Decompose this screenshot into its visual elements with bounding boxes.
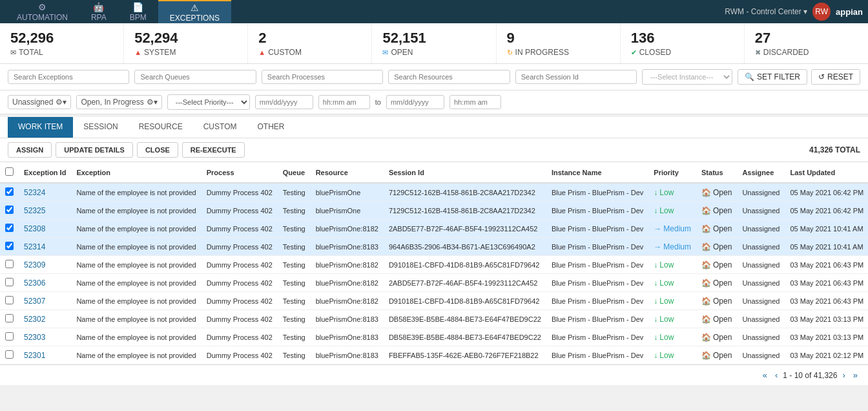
row-checkbox[interactable] <box>5 332 14 341</box>
tab-custom[interactable]: CUSTOM <box>193 117 247 138</box>
status-label: Open <box>713 242 732 251</box>
table-row: 52307 Name of the employee is not provid… <box>0 292 868 310</box>
row-checkbox-cell <box>0 292 19 310</box>
status-label: Open <box>713 206 732 215</box>
set-filter-button[interactable]: 🔍 SET FILTER <box>738 69 807 85</box>
exception-cell: Name of the employee is not provided <box>71 238 201 256</box>
exception-id-link[interactable]: 52325 <box>24 206 45 215</box>
table-row: 52306 Name of the employee is not provid… <box>0 274 868 292</box>
exception-id-cell: 52314 <box>19 238 71 256</box>
row-checkbox[interactable] <box>5 187 14 196</box>
priority-badge: ↓ Low <box>654 206 691 215</box>
tab-work-item[interactable]: WORK ITEM <box>8 117 73 138</box>
process-cell: Dummy Process 402 <box>202 238 278 256</box>
search-processes-input[interactable] <box>262 70 383 84</box>
date-from-input[interactable] <box>255 95 313 109</box>
stat-number-in_progress: 9 <box>507 30 610 47</box>
prev-page-button[interactable]: ‹ <box>772 369 780 381</box>
resource-cell: bluePrismOne:8182 <box>311 292 384 310</box>
row-checkbox[interactable] <box>5 242 14 250</box>
assign-button[interactable]: ASSIGN <box>8 142 52 158</box>
nav-item-automation[interactable]: ⚙AUTOMATION <box>5 0 79 23</box>
exception-id-link[interactable]: 52306 <box>24 279 45 288</box>
exception-id-link[interactable]: 52314 <box>24 242 45 251</box>
exception-id-link[interactable]: 52309 <box>24 260 45 269</box>
priority-cell: ↓ Low <box>648 183 696 202</box>
row-checkbox-cell <box>0 328 19 346</box>
process-cell: Dummy Process 402 <box>202 274 278 292</box>
search-exceptions-input[interactable] <box>8 70 129 84</box>
nav-item-rpa[interactable]: 🤖RPA <box>79 0 118 23</box>
exception-id-link[interactable]: 52324 <box>24 188 45 197</box>
time-to-input[interactable] <box>450 95 501 109</box>
queue-cell: Testing <box>278 238 311 256</box>
reset-button[interactable]: ↺ RESET <box>811 69 860 85</box>
stat-label-custom: ▲ CUSTOM <box>258 48 361 57</box>
row-checkbox[interactable] <box>5 350 14 359</box>
status-cell: 🏠 Open <box>696 310 737 328</box>
date-to-input[interactable] <box>386 95 444 109</box>
row-checkbox[interactable] <box>5 314 14 322</box>
instance-select[interactable]: ---Select Instance--- <box>642 69 732 85</box>
exception-id-cell: 52301 <box>19 346 71 364</box>
row-checkbox-cell <box>0 346 19 364</box>
status-label: Open <box>713 333 732 342</box>
priority-label: Low <box>659 333 674 342</box>
tab-other[interactable]: OTHER <box>247 117 294 138</box>
status-cell: 🏠 Open <box>696 346 737 364</box>
re-execute-button[interactable]: RE-EXECUTE <box>182 142 245 158</box>
stat-number-total: 52,296 <box>10 30 113 47</box>
exception-id-link[interactable]: 52303 <box>24 333 45 342</box>
unassigned-select[interactable]: Unassigned ⚙▾ <box>8 95 71 109</box>
row-checkbox[interactable] <box>5 206 14 214</box>
search-queues-input[interactable] <box>134 70 256 84</box>
nav-item-exceptions[interactable]: ⚠EXCEPTIONS <box>158 0 231 23</box>
row-checkbox[interactable] <box>5 296 14 304</box>
time-from-input[interactable] <box>318 95 370 109</box>
bpm-icon: 📄 <box>132 2 143 12</box>
row-checkbox[interactable] <box>5 260 14 268</box>
priority-select[interactable]: ---Select Priority--- <box>167 94 250 110</box>
session-id-cell: 2ABD5E77-B72F-46AF-B5F4-19923112CA452 <box>384 220 546 238</box>
search-session-input[interactable] <box>515 70 637 84</box>
exception-id-link[interactable]: 52308 <box>24 224 45 233</box>
col-header-exception: Exception <box>71 162 201 183</box>
exception-id-link[interactable]: 52301 <box>24 351 45 360</box>
control-center-label[interactable]: RWM - Control Center ▾ <box>725 7 807 16</box>
queue-cell: Testing <box>278 274 311 292</box>
row-checkbox[interactable] <box>5 224 14 232</box>
to-label: to <box>375 98 381 106</box>
search-resources-input[interactable] <box>388 70 510 84</box>
tab-resource[interactable]: RESOURCE <box>129 117 193 138</box>
table-row: 52303 Name of the employee is not provid… <box>0 328 868 346</box>
update-details-button[interactable]: UPDATE DETAILS <box>56 142 133 158</box>
exception-id-cell: 52309 <box>19 256 71 274</box>
exception-id-link[interactable]: 52307 <box>24 297 45 306</box>
next-page-button[interactable]: › <box>840 369 847 381</box>
stat-open: 52,151 ✉ OPEN <box>372 23 496 63</box>
tab-session[interactable]: SESSION <box>73 117 128 138</box>
select-all-checkbox[interactable] <box>5 167 14 176</box>
priority-badge: ↓ Low <box>654 188 691 197</box>
priority-badge: → Medium <box>654 242 691 251</box>
priority-icon: ↓ <box>654 206 657 215</box>
exception-id-link[interactable]: 52302 <box>24 315 45 324</box>
last-page-button[interactable]: » <box>851 369 860 381</box>
queue-cell: Testing <box>278 310 311 328</box>
priority-icon: ↓ <box>654 315 657 324</box>
first-page-button[interactable]: « <box>760 369 770 381</box>
col-header-process: Process <box>202 162 278 183</box>
last-updated-cell: 03 May 2021 06:43 PM <box>785 292 868 310</box>
close-button[interactable]: CLOSE <box>137 142 178 158</box>
priority-badge: ↓ Low <box>654 315 691 324</box>
status-dropdown-icon: ⚙▾ <box>147 98 158 107</box>
status-label: Open <box>713 224 732 233</box>
status-select[interactable]: Open, In Progress ⚙▾ <box>76 95 161 109</box>
row-checkbox[interactable] <box>5 278 14 286</box>
stat-number-custom: 2 <box>258 30 361 47</box>
priority-badge: ↓ Low <box>654 279 691 288</box>
resource-cell: bluePrismOne:8182 <box>311 220 384 238</box>
priority-badge: → Medium <box>654 224 691 233</box>
nav-item-bpm[interactable]: 📄BPM <box>118 0 158 23</box>
stat-icon-open: ✉ <box>382 48 388 57</box>
